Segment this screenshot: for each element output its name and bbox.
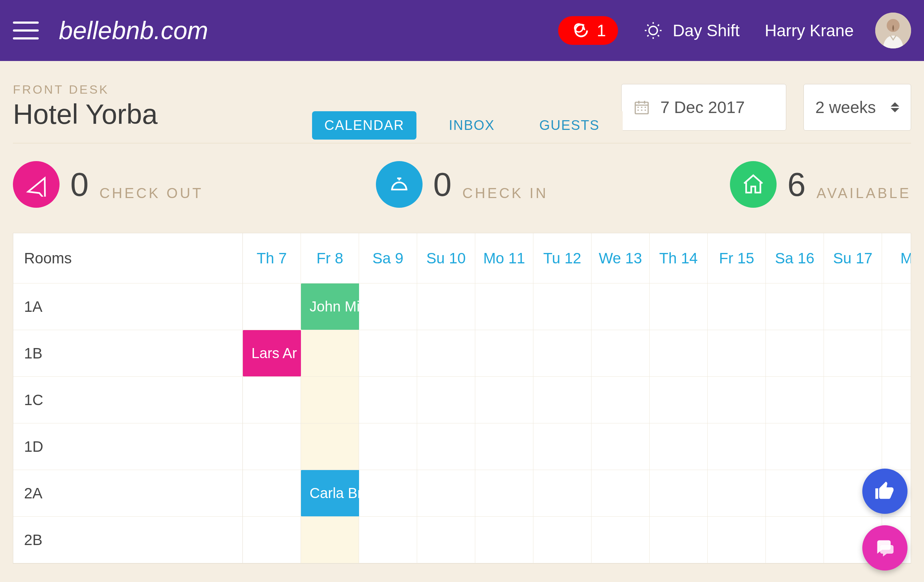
brand-logo[interactable]: bellebnb.com [59, 16, 208, 45]
calendar-cell[interactable] [650, 470, 708, 517]
calendar-cell[interactable] [243, 423, 301, 470]
calendar-cell[interactable] [708, 423, 766, 470]
calendar-cell[interactable] [824, 330, 882, 377]
calendar-cell[interactable]: Carla Brunelli [301, 470, 359, 517]
calendar-cell[interactable]: Lars Ar [243, 330, 301, 377]
range-select[interactable]: 2 weeks [804, 84, 911, 131]
room-label[interactable]: 2B [13, 517, 243, 563]
room-label[interactable]: 1D [13, 423, 243, 470]
calendar-cell[interactable] [650, 517, 708, 563]
calendar-cell[interactable] [824, 423, 882, 470]
day-header[interactable]: Su 10 [417, 233, 475, 283]
day-header[interactable]: We 13 [591, 233, 650, 283]
calendar-cell[interactable] [417, 283, 475, 330]
calendar-cell[interactable] [301, 330, 359, 377]
calendar-cell[interactable] [301, 423, 359, 470]
calendar-cell[interactable] [475, 283, 533, 330]
calendar-cell[interactable] [708, 283, 766, 330]
day-header[interactable]: Sa 9 [359, 233, 417, 283]
chat-notifications-button[interactable]: 1 [558, 16, 619, 45]
calendar-cell[interactable] [882, 330, 911, 377]
calendar-cell[interactable] [766, 377, 824, 423]
calendar-cell[interactable] [882, 423, 911, 470]
menu-button[interactable] [13, 16, 41, 45]
calendar-cell[interactable] [708, 470, 766, 517]
calendar-cell[interactable] [708, 377, 766, 423]
calendar-cell[interactable] [766, 470, 824, 517]
calendar-cell[interactable] [475, 423, 533, 470]
calendar-cell[interactable] [766, 330, 824, 377]
calendar-cell[interactable] [650, 377, 708, 423]
room-label[interactable]: 1B [13, 330, 243, 377]
fab-chat[interactable] [862, 525, 908, 570]
fab-feedback[interactable] [862, 469, 908, 514]
calendar-cell[interactable] [417, 517, 475, 563]
calendar-cell[interactable] [591, 377, 650, 423]
booking-block[interactable]: Lars Ar [243, 330, 301, 376]
avatar[interactable] [875, 13, 911, 48]
calendar-cell[interactable] [533, 470, 591, 517]
calendar-cell[interactable] [591, 517, 650, 563]
day-header[interactable]: Fr 8 [301, 233, 359, 283]
calendar-cell[interactable] [417, 423, 475, 470]
calendar-cell[interactable] [301, 517, 359, 563]
day-header[interactable]: Th 7 [243, 233, 301, 283]
calendar-cell[interactable] [824, 283, 882, 330]
calendar-cell[interactable] [766, 517, 824, 563]
calendar-cell[interactable] [359, 377, 417, 423]
day-header[interactable]: Mo 11 [475, 233, 533, 283]
calendar-cell[interactable] [359, 330, 417, 377]
calendar-cell[interactable] [533, 283, 591, 330]
calendar-cell[interactable] [650, 330, 708, 377]
day-header[interactable]: Tu 12 [533, 233, 591, 283]
stat-checkout[interactable]: 0 CHECK OUT [13, 161, 312, 208]
calendar-cell[interactable] [243, 470, 301, 517]
calendar-cell[interactable] [766, 283, 824, 330]
calendar-cell[interactable] [359, 470, 417, 517]
calendar-cell[interactable] [243, 517, 301, 563]
calendar-cell[interactable] [475, 377, 533, 423]
calendar-cell[interactable] [243, 283, 301, 330]
tab-inbox[interactable]: INBOX [437, 111, 507, 140]
day-header[interactable]: Sa 16 [766, 233, 824, 283]
room-label[interactable]: 1A [13, 283, 243, 330]
calendar-cell[interactable] [475, 470, 533, 517]
calendar-cell[interactable] [417, 377, 475, 423]
calendar-cell[interactable] [708, 330, 766, 377]
calendar-cell[interactable] [708, 517, 766, 563]
calendar-cell[interactable] [475, 330, 533, 377]
calendar-cell[interactable] [591, 283, 650, 330]
shift-indicator[interactable]: Day Shift [643, 20, 740, 41]
stat-checkin[interactable]: 0 CHECK IN [312, 161, 612, 208]
stat-available[interactable]: 6 AVAILABLE [612, 161, 911, 208]
day-header[interactable]: Mo [882, 233, 911, 283]
calendar-cell[interactable] [417, 470, 475, 517]
calendar-cell[interactable] [591, 470, 650, 517]
calendar-cell[interactable] [359, 283, 417, 330]
day-header[interactable]: Su 17 [824, 233, 882, 283]
calendar-cell[interactable] [243, 377, 301, 423]
calendar-cell[interactable] [882, 283, 911, 330]
calendar-cell[interactable] [824, 377, 882, 423]
calendar-cell[interactable] [591, 330, 650, 377]
calendar-cell[interactable] [591, 423, 650, 470]
calendar-cell[interactable] [533, 517, 591, 563]
room-label[interactable]: 1C [13, 377, 243, 423]
calendar-cell[interactable] [359, 423, 417, 470]
calendar-cell[interactable] [533, 377, 591, 423]
calendar-cell[interactable] [301, 377, 359, 423]
tab-calendar[interactable]: CALENDAR [312, 111, 416, 140]
calendar-cell[interactable] [650, 283, 708, 330]
calendar-cell[interactable]: John Michael Kane [301, 283, 359, 330]
calendar-cell[interactable] [417, 330, 475, 377]
calendar-cell[interactable] [475, 517, 533, 563]
calendar-cell[interactable] [359, 517, 417, 563]
calendar-cell[interactable] [533, 330, 591, 377]
tab-guests[interactable]: GUESTS [527, 111, 612, 140]
day-header[interactable]: Fr 15 [708, 233, 766, 283]
calendar-cell[interactable] [650, 423, 708, 470]
calendar-cell[interactable] [766, 423, 824, 470]
date-picker[interactable]: 7 Dec 2017 [621, 84, 786, 131]
day-header[interactable]: Th 14 [650, 233, 708, 283]
calendar-cell[interactable] [533, 423, 591, 470]
